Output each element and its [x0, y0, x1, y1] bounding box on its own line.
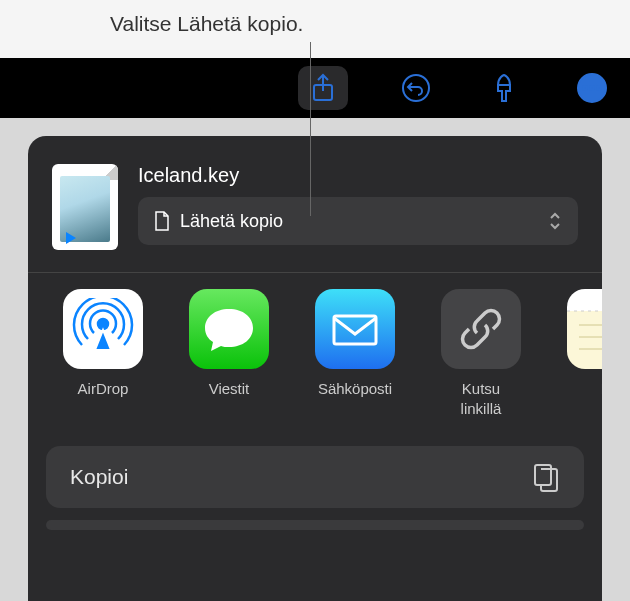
undo-icon [400, 72, 432, 104]
messages-icon [189, 289, 269, 369]
svg-point-5 [597, 86, 601, 90]
svg-point-4 [590, 86, 594, 90]
share-button[interactable] [298, 66, 348, 110]
share-targets-row: AirDrop Viestit Sähköposti [28, 272, 602, 438]
svg-rect-7 [334, 316, 376, 344]
format-button[interactable] [484, 68, 524, 108]
send-copy-dropdown[interactable]: Lähetä kopio [138, 197, 578, 245]
next-action[interactable] [46, 520, 584, 530]
more-icon [575, 71, 609, 105]
share-target-airdrop[interactable]: AirDrop [58, 289, 148, 418]
share-target-invite-link[interactable]: Kutsu linkillä [436, 289, 526, 418]
copy-action[interactable]: Kopioi [46, 446, 584, 508]
airdrop-icon [63, 289, 143, 369]
mail-icon [315, 289, 395, 369]
share-target-label: Sähköposti [318, 379, 392, 399]
play-icon [66, 232, 76, 244]
sheet-header: Iceland.key Lähetä kopio [28, 136, 602, 272]
share-target-notes[interactable]: M [562, 289, 602, 418]
callout-text: Valitse Lähetä kopio. [110, 12, 303, 36]
share-target-label: Viestit [209, 379, 250, 399]
callout-line [310, 42, 311, 216]
copy-icon [532, 462, 560, 492]
document-icon [154, 211, 170, 231]
share-target-mail[interactable]: Sähköposti [310, 289, 400, 418]
share-icon [311, 73, 335, 103]
notes-icon [567, 289, 602, 369]
share-target-label: AirDrop [78, 379, 129, 399]
brush-icon [490, 73, 518, 103]
link-icon [441, 289, 521, 369]
share-target-messages[interactable]: Viestit [184, 289, 274, 418]
chevron-up-down-icon [548, 211, 562, 231]
share-target-label: M [601, 379, 602, 399]
share-target-label: Kutsu linkillä [461, 379, 502, 418]
more-button[interactable] [572, 68, 612, 108]
undo-button[interactable] [396, 68, 436, 108]
popover-arrow [292, 136, 320, 138]
file-thumbnail [52, 164, 118, 250]
copy-label: Kopioi [70, 465, 128, 489]
send-copy-label: Lähetä kopio [180, 211, 538, 232]
share-sheet: Iceland.key Lähetä kopio [28, 136, 602, 601]
file-name: Iceland.key [138, 164, 578, 187]
actions-section: Kopioi [28, 438, 602, 542]
svg-point-3 [583, 86, 587, 90]
toolbar [0, 58, 630, 118]
